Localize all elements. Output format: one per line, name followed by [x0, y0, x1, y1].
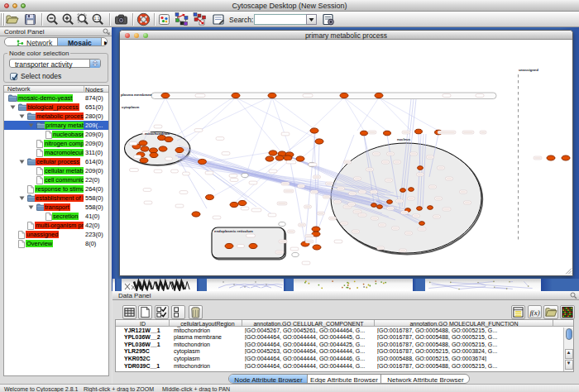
svg-text:mitochondrion: mitochondrion	[145, 131, 170, 136]
svg-text:f(x): f(x)	[529, 308, 539, 317]
svg-text:unassigned: unassigned	[519, 68, 538, 72]
svg-text:nucleus: nucleus	[397, 137, 411, 141]
svg-text:1:1: 1:1	[94, 16, 100, 21]
svg-text:plasma membrane: plasma membrane	[121, 93, 152, 97]
svg-text:cytoplasm: cytoplasm	[122, 105, 139, 109]
svg-text:endoplasmic reticulum: endoplasmic reticulum	[214, 229, 253, 233]
